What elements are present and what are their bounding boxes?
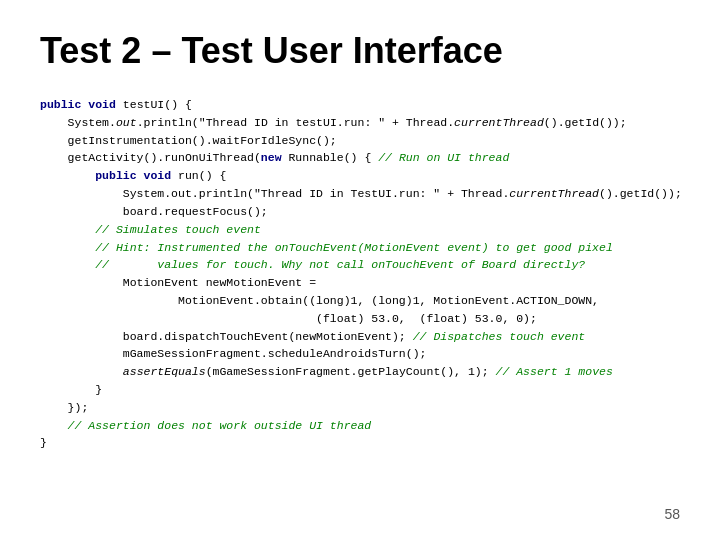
code-block: public void testUI() { System.out.printl… — [40, 96, 680, 452]
page-number: 58 — [664, 506, 680, 522]
slide-container: Test 2 – Test User Interface public void… — [0, 0, 720, 540]
slide-title: Test 2 – Test User Interface — [40, 30, 680, 72]
